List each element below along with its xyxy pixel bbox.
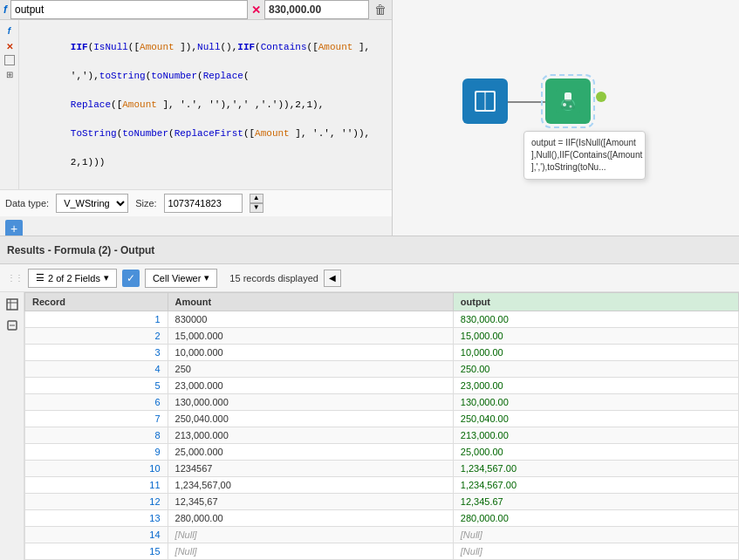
svg-rect-9 (7, 299, 17, 310)
viewer-label: Cell Viewer (153, 273, 201, 283)
results-content: Record Amount output 1830000830,000.0021… (0, 292, 739, 560)
cell-amount: 830000 (168, 311, 453, 328)
top-area: f ✕ 🗑 f ✕ ⊞ IIF(IsNull([Amount ]),Null()… (0, 0, 739, 236)
spin-down[interactable]: ▼ (250, 203, 263, 213)
field-name-input[interactable] (10, 0, 248, 19)
left-icons-bar (0, 292, 24, 560)
cell-amount: 15,000.000 (168, 328, 453, 345)
chevron-down-icon: ▾ (104, 272, 109, 283)
formula-icon: f (3, 3, 7, 16)
book-node[interactable] (462, 79, 508, 124)
results-header: Results - Formula (2) - Output (0, 236, 739, 264)
table-icon: ☰ (36, 272, 44, 283)
cell-record: 12 (25, 494, 168, 510)
spin-up[interactable]: ▲ (250, 194, 263, 203)
cell-output: 10,000.00 (453, 345, 738, 361)
table-row: 111,234,567,001,234,567.00 (25, 477, 739, 494)
cell-output: 280,000.00 (453, 510, 738, 527)
close-icon[interactable]: ✕ (251, 3, 261, 17)
cell-record: 9 (25, 444, 168, 461)
formula-side-icon-box (4, 55, 15, 65)
data-type-label: Data type: (5, 198, 49, 208)
cell-amount: 280,000.00 (168, 510, 453, 527)
cell-output: 12,345.67 (453, 494, 738, 510)
formula-side-icon-f: f (3, 24, 17, 38)
cell-output: 213,000.00 (453, 427, 738, 444)
formula-header: f ✕ 🗑 (0, 0, 392, 20)
cell-record: 6 (25, 394, 168, 411)
cell-output: 130,000.00 (453, 394, 738, 411)
cell-record: 3 (25, 345, 168, 361)
table-row: 14[Null][Null] (25, 527, 739, 543)
formula-side-icon-x: ✕ (3, 39, 17, 53)
fields-label: 2 of 2 Fields (48, 273, 100, 283)
formula-left-icons: f ✕ ⊞ (0, 20, 19, 189)
cell-output: 25,000.00 (453, 444, 738, 461)
cell-record: 10 (25, 461, 168, 477)
size-spinner[interactable]: ▲ ▼ (250, 194, 263, 213)
table-view-button[interactable] (3, 296, 21, 313)
row-selector-icon (6, 319, 18, 331)
cell-record: 8 (25, 427, 168, 444)
cell-amount: [Null] (168, 543, 453, 560)
cell-amount: 250 (168, 361, 453, 378)
col-header-amount: Amount (168, 293, 453, 311)
cell-record: 4 (25, 361, 168, 378)
cell-amount: 213,000.000 (168, 427, 453, 444)
cell-output: 250,040.00 (453, 411, 738, 427)
formula-body: f ✕ ⊞ IIF(IsNull([Amount ]),Null(),IIF(C… (0, 20, 392, 189)
table-row: 6130,000.000130,000.00 (25, 394, 739, 411)
cell-amount: 1,234,567,00 (168, 477, 453, 494)
table-row: 4250250.00 (25, 361, 739, 378)
formula-tooltip: output = IIF(IsNull([Amount ],Null(),IIF… (523, 131, 646, 180)
cell-viewer-button[interactable]: Cell Viewer ▾ (145, 269, 217, 288)
field-value-input[interactable] (264, 0, 369, 19)
table-row: 1212,345,6712,345.67 (25, 494, 739, 510)
cell-output: 1,234,567.00 (453, 477, 738, 494)
table-row: 7250,040.000250,040.00 (25, 411, 739, 427)
prev-page-button[interactable]: ◀ (324, 270, 341, 287)
canvas-area: output = IIF(IsNull([Amount ],Null(),IIF… (393, 35, 739, 236)
cell-amount: 12,345,67 (168, 494, 453, 510)
cell-amount: 250,040.000 (168, 411, 453, 427)
cell-amount: 1234567 (168, 461, 453, 477)
col-header-record: Record (25, 293, 168, 311)
table-row: 215,000.00015,000.00 (25, 328, 739, 345)
connector-line (508, 101, 545, 103)
cell-record: 11 (25, 477, 168, 494)
formula-text-area[interactable]: IIF(IsNull([Amount ]),Null(),IIF(Contain… (19, 20, 392, 189)
cell-record: 5 (25, 378, 168, 394)
cell-output: 250.00 (453, 361, 738, 378)
add-field-button[interactable]: + (5, 220, 23, 237)
workflow-canvas: output = IIF(IsNull([Amount ],Null(),IIF… (393, 0, 739, 236)
table-row: 1830000830,000.00 (25, 311, 739, 328)
formula-node[interactable] (545, 79, 591, 124)
cell-output: 830,000.00 (453, 311, 738, 328)
row-selector-button[interactable] (3, 317, 21, 334)
output-node (596, 92, 606, 102)
table-header-row: Record Amount output (25, 293, 739, 311)
cell-record: 15 (25, 543, 168, 560)
delete-button[interactable]: 🗑 (373, 1, 388, 18)
table-row: 523,000.00023,000.00 (25, 378, 739, 394)
apply-fields-button[interactable]: ✓ (122, 270, 140, 287)
formula-footer: Data type: V_WString Size: ▲ ▼ (0, 189, 392, 216)
drag-handle[interactable]: ⋮⋮ (7, 273, 23, 283)
data-type-select[interactable]: V_WString (56, 194, 128, 213)
cell-record: 13 (25, 510, 168, 527)
cell-record: 7 (25, 411, 168, 427)
svg-rect-2 (485, 92, 494, 110)
cell-amount: 23,000.000 (168, 378, 453, 394)
cell-record: 1 (25, 311, 168, 328)
cell-record: 2 (25, 328, 168, 345)
svg-rect-1 (476, 92, 485, 110)
viewer-chevron-icon: ▾ (204, 272, 209, 283)
cell-amount: [Null] (168, 527, 453, 543)
cell-amount: 25,000.000 (168, 444, 453, 461)
fields-selector-button[interactable]: ☰ 2 of 2 Fields ▾ (28, 269, 117, 288)
size-input[interactable] (164, 194, 243, 213)
svg-point-7 (563, 103, 566, 106)
results-table-container[interactable]: Record Amount output 1830000830,000.0021… (24, 292, 739, 560)
cell-output: 1,234,567.00 (453, 461, 738, 477)
results-data-table: Record Amount output 1830000830,000.0021… (24, 292, 739, 560)
